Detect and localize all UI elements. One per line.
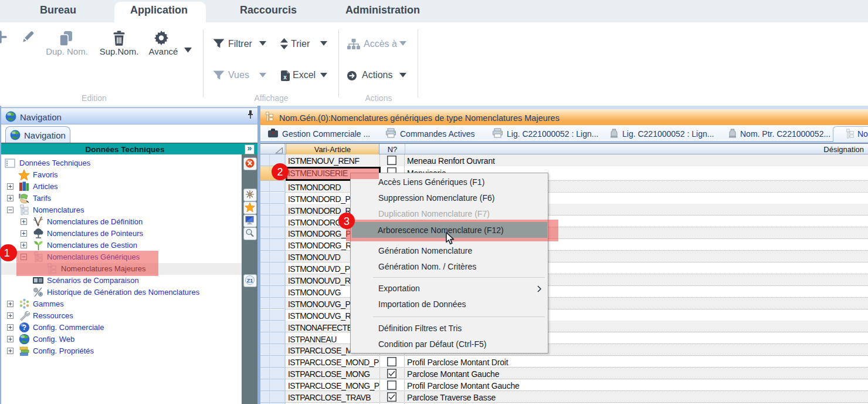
svg-text:?: ? (22, 324, 26, 332)
svg-text:x: x (283, 74, 287, 80)
svg-text:Z1: Z1 (247, 278, 253, 284)
